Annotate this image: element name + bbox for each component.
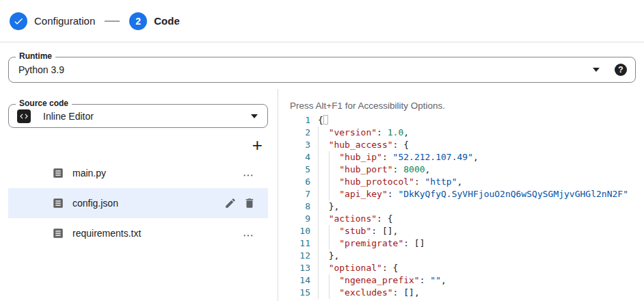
step-configuration[interactable]: Configuration bbox=[10, 12, 95, 30]
file-more-button[interactable] bbox=[242, 227, 254, 239]
indent-guide bbox=[329, 237, 330, 250]
code-line-9[interactable]: 9"actions": { bbox=[290, 213, 644, 225]
more-horizontal-icon bbox=[242, 227, 254, 239]
code-line-text: "hub_ip": "52.212.107.49", bbox=[318, 151, 479, 163]
code-editor-pane: Press Alt+F1 for Accessibility Options. … bbox=[278, 89, 644, 301]
runtime-select[interactable]: Runtime Python 3.9 ? bbox=[8, 57, 636, 83]
file-name: main.py bbox=[72, 168, 106, 179]
question-mark-icon[interactable]: ? bbox=[615, 64, 627, 76]
line-number: 2 bbox=[290, 127, 310, 139]
file-row-main.py[interactable]: main.py bbox=[8, 158, 268, 188]
code-line-text: "ngenea_prefix": "", bbox=[318, 274, 446, 287]
indent-guide bbox=[329, 225, 330, 237]
file-name: requirements.txt bbox=[72, 228, 141, 239]
indent-guide bbox=[329, 287, 330, 299]
line-number: 5 bbox=[290, 163, 310, 176]
code-line-6[interactable]: 6"hub_protocol": "http", bbox=[290, 176, 644, 188]
delete-file-button[interactable] bbox=[243, 197, 256, 209]
file-row-requirements.txt[interactable]: requirements.txt bbox=[8, 218, 268, 248]
file-name: config.json bbox=[72, 198, 118, 209]
indent-guide bbox=[329, 163, 330, 176]
line-number: 13 bbox=[290, 262, 310, 274]
code-line-11[interactable]: 11"premigrate": [] bbox=[290, 237, 644, 250]
file-list: main.pyconfig.jsonrequirements.txt bbox=[0, 158, 278, 248]
line-number: 1 bbox=[290, 114, 310, 127]
file-actions bbox=[242, 227, 268, 239]
text-cursor bbox=[323, 115, 328, 125]
main-content: Source code Inline Editor + main.pyconfi… bbox=[0, 89, 644, 301]
indent-guide bbox=[318, 139, 319, 151]
indent-guide bbox=[329, 176, 330, 188]
chevron-down-icon[interactable] bbox=[251, 114, 258, 118]
code-line-text: "optional": { bbox=[318, 262, 398, 274]
indent-guide bbox=[329, 151, 330, 163]
code-line-14[interactable]: 14"ngenea_prefix": "", bbox=[290, 274, 644, 287]
step2-circle: 2 bbox=[129, 12, 147, 30]
indent-guide bbox=[318, 176, 319, 188]
code-line-2[interactable]: 2"version": 1.0, bbox=[290, 127, 644, 139]
code-line-3[interactable]: 3"hub_access": { bbox=[290, 139, 644, 151]
pencil-icon bbox=[224, 197, 237, 209]
code-editor[interactable]: 1{2"version": 1.0,3"hub_access": {4"hub_… bbox=[290, 114, 644, 299]
file-row-config.json[interactable]: config.json bbox=[8, 188, 268, 218]
file-more-button[interactable] bbox=[242, 167, 254, 179]
line-number: 9 bbox=[290, 213, 310, 225]
source-code-label: Source code bbox=[16, 99, 72, 108]
source-code-value: Inline Editor bbox=[43, 111, 94, 122]
code-line-text: { bbox=[318, 114, 328, 127]
document-icon bbox=[52, 167, 64, 179]
line-number: 4 bbox=[290, 151, 310, 163]
code-line-15[interactable]: 15"excludes": [], bbox=[290, 287, 644, 299]
step1-label: Configuration bbox=[34, 15, 95, 27]
chevron-down-icon[interactable] bbox=[593, 68, 600, 72]
more-horizontal-icon bbox=[242, 167, 254, 179]
indent-guide bbox=[318, 163, 319, 176]
code-line-12[interactable]: 12}, bbox=[290, 250, 644, 262]
code-line-text: "version": 1.0, bbox=[318, 127, 409, 139]
edit-file-button[interactable] bbox=[224, 197, 237, 209]
stepper: Configuration 2 Code bbox=[0, 0, 644, 42]
code-line-text: "hub_port": 8000, bbox=[318, 163, 430, 176]
line-number: 3 bbox=[290, 139, 310, 151]
code-line-8[interactable]: 8}, bbox=[290, 200, 644, 213]
indent-guide bbox=[318, 151, 319, 163]
code-line-text: }, bbox=[318, 200, 339, 213]
accessibility-note: Press Alt+F1 for Accessibility Options. bbox=[290, 100, 644, 112]
file-actions bbox=[242, 167, 268, 179]
indent-guide bbox=[318, 274, 319, 287]
code-line-4[interactable]: 4"hub_ip": "52.212.107.49", bbox=[290, 151, 644, 163]
indent-guide bbox=[318, 225, 319, 237]
line-number: 6 bbox=[290, 176, 310, 188]
runtime-value: Python 3.9 bbox=[18, 64, 64, 75]
add-file-button[interactable]: + bbox=[252, 138, 263, 153]
indent-guide bbox=[318, 262, 319, 274]
document-icon bbox=[52, 197, 64, 209]
line-number: 10 bbox=[290, 225, 310, 237]
indent-guide bbox=[318, 250, 319, 262]
check-icon bbox=[13, 16, 24, 27]
indent-guide bbox=[318, 287, 319, 299]
code-line-7[interactable]: 7"api_key": "DkKyQfyQ.SyVHFjouO2nQ6wSQyS… bbox=[290, 188, 644, 200]
code-line-13[interactable]: 13"optional": { bbox=[290, 262, 644, 274]
source-code-select[interactable]: Source code Inline Editor bbox=[8, 104, 268, 128]
code-line-text: "premigrate": [] bbox=[318, 237, 425, 250]
code-line-text: "hub_access": { bbox=[318, 139, 409, 151]
line-number: 11 bbox=[290, 237, 310, 250]
line-number: 8 bbox=[290, 200, 310, 213]
code-line-text: "actions": { bbox=[318, 213, 393, 225]
line-number: 14 bbox=[290, 274, 310, 287]
code-line-1[interactable]: 1{ bbox=[290, 114, 644, 127]
step1-circle bbox=[10, 12, 27, 30]
indent-guide bbox=[329, 188, 330, 200]
document-icon bbox=[52, 227, 64, 239]
code-line-text: "excludes": [], bbox=[318, 287, 420, 299]
step2-label: Code bbox=[154, 15, 180, 27]
line-number: 15 bbox=[290, 287, 310, 299]
code-line-5[interactable]: 5"hub_port": 8000, bbox=[290, 163, 644, 176]
trash-icon bbox=[243, 197, 256, 209]
step-code[interactable]: 2 Code bbox=[129, 12, 180, 30]
indent-guide bbox=[318, 188, 319, 200]
code-line-text: "stub": [], bbox=[318, 225, 398, 237]
code-line-10[interactable]: 10"stub": [], bbox=[290, 225, 644, 237]
runtime-label: Runtime bbox=[16, 51, 55, 61]
